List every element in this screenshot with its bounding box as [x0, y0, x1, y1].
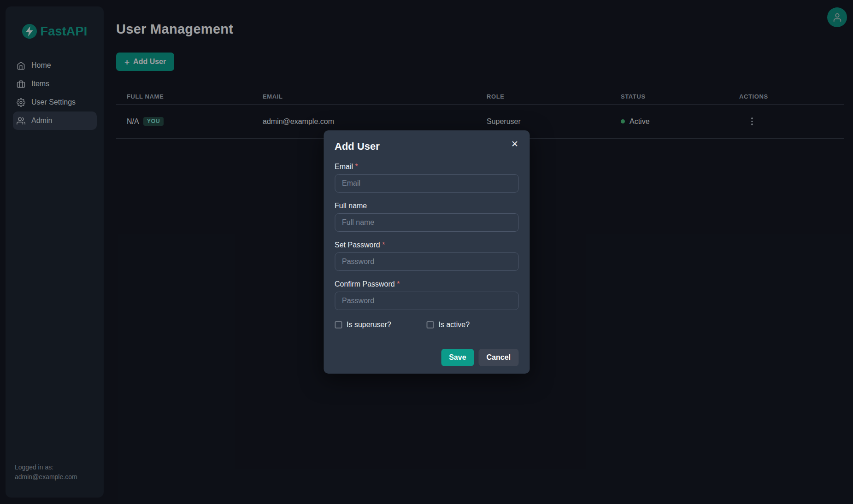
modal-body: Email * Full name Set Password * Confirm…: [335, 163, 518, 366]
confirm-password-field-group: Confirm Password *: [335, 280, 518, 310]
modal-title: Add User: [335, 141, 518, 152]
modal-footer: Save Cancel: [335, 349, 518, 366]
close-icon[interactable]: ✕: [508, 138, 521, 150]
is-active-checkbox[interactable]: Is active?: [427, 321, 519, 329]
checkbox-row: Is superuser? Is active?: [335, 321, 518, 329]
email-field[interactable]: [335, 174, 518, 193]
checkbox-icon: [335, 321, 342, 328]
full-name-field[interactable]: [335, 213, 518, 232]
cancel-button[interactable]: Cancel: [479, 349, 518, 366]
email-label: Email *: [335, 163, 518, 171]
confirm-password-field[interactable]: [335, 292, 518, 310]
is-active-label: Is active?: [439, 321, 470, 329]
email-field-group: Email *: [335, 163, 518, 193]
set-password-field[interactable]: [335, 252, 518, 271]
required-marker: *: [395, 280, 400, 288]
required-marker: *: [353, 163, 358, 170]
set-password-label: Set Password *: [335, 241, 518, 249]
add-user-modal: Add User ✕ Email * Full name Set Passwor…: [324, 130, 529, 374]
required-marker: *: [380, 241, 385, 249]
is-superuser-checkbox[interactable]: Is superuser?: [335, 321, 427, 329]
confirm-password-label: Confirm Password *: [335, 280, 518, 288]
checkbox-icon: [427, 321, 434, 328]
set-password-field-group: Set Password *: [335, 241, 518, 271]
full-name-label: Full name: [335, 202, 518, 210]
full-name-field-group: Full name: [335, 202, 518, 232]
save-button[interactable]: Save: [441, 349, 474, 366]
is-superuser-label: Is superuser?: [347, 321, 391, 329]
